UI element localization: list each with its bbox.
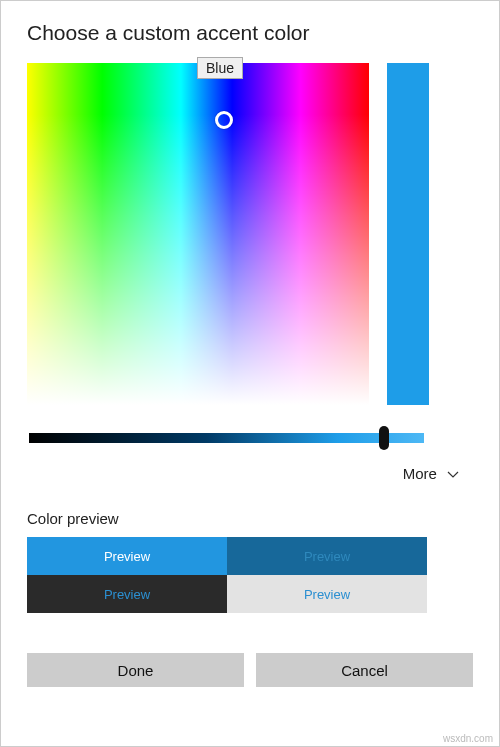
color-preview-strip: [387, 63, 429, 405]
preview-tile-light-accent: Preview: [27, 537, 227, 575]
more-toggle[interactable]: More: [27, 465, 473, 482]
dialog-buttons: Done Cancel: [27, 653, 473, 687]
spectrum-cursor[interactable]: [215, 111, 233, 129]
color-preview-label: Color preview: [27, 510, 473, 527]
chevron-down-icon: [447, 465, 459, 482]
value-slider[interactable]: [29, 433, 424, 443]
dialog-title: Choose a custom accent color: [27, 21, 473, 45]
cancel-button[interactable]: Cancel: [256, 653, 473, 687]
spectrum-gradient[interactable]: [27, 63, 369, 405]
slider-thumb[interactable]: [379, 426, 389, 450]
preview-tile-dark-bg: Preview: [27, 575, 227, 613]
more-label: More: [403, 465, 437, 482]
color-tooltip: Blue: [197, 57, 243, 79]
done-button[interactable]: Done: [27, 653, 244, 687]
picker-row: Blue: [27, 63, 473, 405]
preview-tile-light-bg: Preview: [227, 575, 427, 613]
color-preview-grid: Preview Preview Preview Preview: [27, 537, 427, 613]
spectrum-picker[interactable]: Blue: [27, 63, 369, 405]
preview-tile-dark-accent: Preview: [227, 537, 427, 575]
watermark: wsxdn.com: [443, 733, 493, 744]
